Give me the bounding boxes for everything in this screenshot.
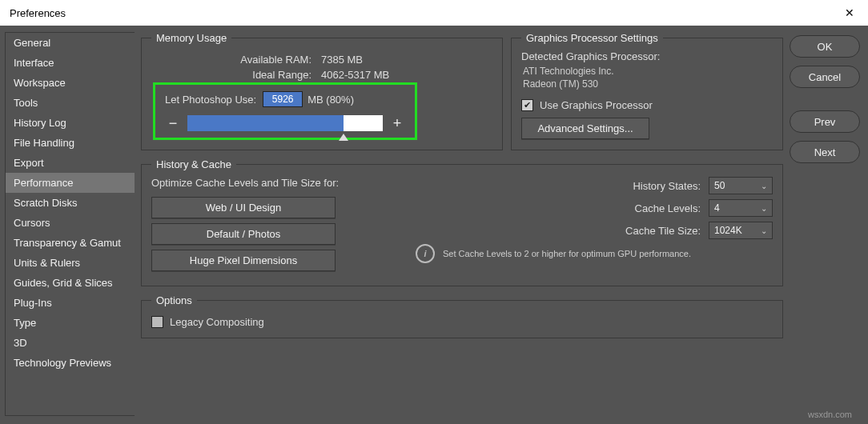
advanced-settings-button[interactable]: Advanced Settings... [521,118,649,139]
close-icon[interactable]: ✕ [831,0,868,26]
sidebar-item-export[interactable]: Export [6,153,135,173]
watermark: wsxdn.com [808,410,852,419]
sidebar-item-technology-previews[interactable]: Technology Previews [6,353,135,373]
default-photos-button[interactable]: Default / Photos [151,223,336,245]
gpu-vendor: ATI Technologies Inc. [523,66,773,77]
work-area: GeneralInterfaceWorkspaceToolsHistory Lo… [0,26,868,424]
title-bar: Preferences ✕ [0,0,868,26]
legacy-compositing-label: Legacy Compositing [170,316,264,328]
cache-tile-value: 1024K [714,225,742,236]
sidebar-item-cursors[interactable]: Cursors [6,213,135,233]
sidebar-item-tools[interactable]: Tools [6,93,135,113]
sidebar-item-history-log[interactable]: History Log [6,113,135,133]
sidebar-item-scratch-disks[interactable]: Scratch Disks [6,193,135,213]
detected-label: Detected Graphics Processor: [521,50,773,62]
optimize-label: Optimize Cache Levels and Tile Size for: [151,177,360,189]
graphics-legend: Graphics Processor Settings [521,32,663,44]
chevron-down-icon: ⌄ [761,204,767,213]
sidebar-item-workspace[interactable]: Workspace [6,73,135,93]
history-states-label: History States: [597,180,701,192]
available-ram-label: Available RAM: [151,54,311,66]
gpu-model: Radeon (TM) 530 [523,78,773,90]
main-panel: Memory Usage Available RAM: 7385 MB Idea… [135,32,790,424]
history-states-select[interactable]: 50 ⌄ [709,177,773,194]
cache-note-text: Set Cache Levels to 2 or higher for opti… [443,249,691,258]
minus-icon[interactable]: − [165,115,181,131]
ideal-range-label: Ideal Range: [151,69,311,81]
sidebar-item-3d[interactable]: 3D [6,333,135,353]
cache-tile-select[interactable]: 1024K ⌄ [709,222,773,239]
chevron-down-icon: ⌄ [761,182,767,190]
sidebar-item-interface[interactable]: Interface [6,53,135,73]
ok-button[interactable]: OK [790,35,860,58]
chevron-down-icon: ⌄ [761,226,767,235]
slider-thumb[interactable] [339,134,348,141]
cancel-button[interactable]: Cancel [790,66,860,88]
info-icon: i [416,244,435,263]
sidebar-item-performance[interactable]: Performance [6,173,135,193]
legacy-compositing-checkbox[interactable] [151,316,163,328]
sidebar-item-units-rulers[interactable]: Units & Rulers [6,253,135,273]
prev-button[interactable]: Prev [790,110,860,133]
ideal-range-value: 4062-5317 MB [321,69,389,81]
mb-percent-label: MB (80%) [307,94,354,106]
web-ui-button[interactable]: Web / UI Design [151,197,336,218]
plus-icon[interactable]: + [389,115,405,131]
available-ram-value: 7385 MB [321,54,363,66]
dialog-buttons: OK Cancel Prev Next [790,32,860,424]
window-title: Preferences [10,7,66,19]
cache-tile-label: Cache Tile Size: [597,225,701,237]
sidebar: GeneralInterfaceWorkspaceToolsHistory Lo… [5,32,135,416]
ram-input[interactable] [263,91,303,107]
history-legend: History & Cache [151,158,236,170]
sidebar-item-type[interactable]: Type [6,313,135,333]
graphics-group: Graphics Processor Settings Detected Gra… [511,32,783,150]
options-group: Options Legacy Compositing [141,294,783,338]
use-gpu-label: Use Graphics Processor [540,99,653,111]
sidebar-item-transparency-gamut[interactable]: Transparency & Gamut [6,233,135,253]
let-photoshop-label: Let Photoshop Use: [165,94,256,106]
sidebar-item-general[interactable]: General [6,33,135,53]
ram-slider[interactable]: − + [165,115,405,131]
cache-levels-label: Cache Levels: [597,202,701,214]
use-gpu-checkbox[interactable] [521,99,533,111]
sidebar-item-file-handling[interactable]: File Handling [6,133,135,153]
memory-usage-group: Memory Usage Available RAM: 7385 MB Idea… [141,32,503,150]
history-cache-group: History & Cache Optimize Cache Levels an… [141,158,783,286]
highlight-box: Let Photoshop Use: MB (80%) − + [153,82,417,140]
memory-legend: Memory Usage [151,32,231,44]
next-button[interactable]: Next [790,141,860,163]
cache-levels-value: 4 [714,202,720,214]
history-states-value: 50 [714,180,725,191]
huge-pixel-button[interactable]: Huge Pixel Dimensions [151,250,336,271]
slider-track[interactable] [187,115,383,131]
sidebar-item-guides-grid-slices[interactable]: Guides, Grid & Slices [6,273,135,293]
cache-levels-select[interactable]: 4 ⌄ [709,199,773,217]
slider-fill [187,115,344,131]
sidebar-item-plug-ins[interactable]: Plug-Ins [6,293,135,313]
options-legend: Options [151,294,197,306]
